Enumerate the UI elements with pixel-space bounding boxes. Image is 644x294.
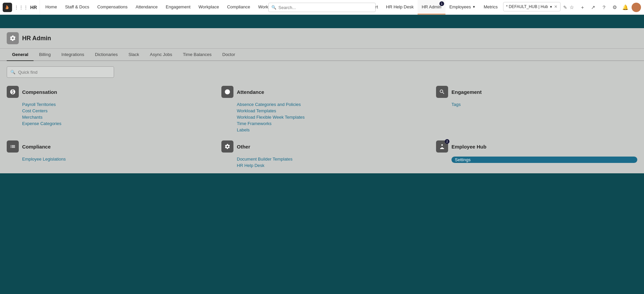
nav-item-engagement[interactable]: Engagement [162, 0, 195, 14]
tab-general[interactable]: General [7, 49, 34, 61]
section-attendance-title: Attendance [237, 89, 264, 95]
edit-icon[interactable]: ✎ [563, 0, 567, 14]
section-attendance: Attendance Absence Categories and Polici… [221, 86, 423, 132]
page-title: HR Admin [22, 35, 51, 42]
employees-chevron-icon: ▼ [472, 5, 476, 9]
nav-item-workplace[interactable]: Workplace [195, 0, 223, 14]
search-bar[interactable]: 🔍 [268, 3, 376, 12]
section-employee-hub-links: Settings [436, 157, 637, 163]
compliance-icon [7, 140, 19, 153]
link-tags[interactable]: Tags [451, 102, 637, 107]
section-attendance-links: Absence Categories and Policies Workload… [221, 102, 423, 132]
section-other: Other Document Builder Templates HR Help… [221, 140, 423, 168]
notifications-icon[interactable]: 🔔 [621, 3, 630, 12]
nav-item-hradmin[interactable]: HR Admin 1 [418, 0, 445, 14]
link-time-frameworks[interactable]: Time Frameworks [237, 121, 423, 126]
hub-tab-label: * DEFAULT_HUB | Hub [506, 4, 548, 9]
section-employee-hub-title: Employee Hub [451, 144, 486, 150]
main-content: Compensation Payroll Territories Cost Ce… [0, 80, 644, 173]
grid-icon[interactable]: ⋮⋮⋮ [14, 5, 28, 10]
top-navigation: HR ⋮⋮⋮ HR Home Staff & Docs Compensation… [0, 0, 644, 13]
settings-icon[interactable]: ⚙ [610, 3, 620, 12]
section-engagement-title: Engagement [451, 89, 482, 95]
employee-hub-icon: 2 [436, 140, 448, 153]
tab-doctor[interactable]: Doctor [217, 49, 240, 61]
quick-find-box[interactable]: 🔍 [7, 66, 114, 78]
link-merchants[interactable]: Merchants [22, 115, 208, 120]
hub-tab[interactable]: * DEFAULT_HUB | Hub ▼ ✕ [503, 2, 560, 11]
nav-logo[interactable] [3, 3, 12, 12]
nav-item-compliance[interactable]: Compliance [223, 0, 254, 14]
quick-find-container: 🔍 [0, 61, 644, 80]
other-icon [221, 140, 233, 153]
nav-item-employees[interactable]: Employees ▼ [445, 0, 480, 14]
badge-2: 2 [445, 139, 449, 144]
section-compensation-title: Compensation [22, 89, 57, 95]
tab-slack[interactable]: Slack [123, 49, 145, 61]
link-document-builder[interactable]: Document Builder Templates [237, 157, 423, 162]
section-compliance-links: Employee Legislations [7, 157, 208, 162]
link-hr-help-desk[interactable]: HR Help Desk [237, 163, 423, 168]
nav-item-more[interactable]: More ▼ [641, 0, 644, 14]
tab-integrations[interactable]: Integrations [56, 49, 90, 61]
section-compliance: Compliance Employee Legislations [7, 140, 208, 168]
hub-close-icon[interactable]: ✕ [554, 4, 557, 9]
link-settings[interactable]: Settings [451, 157, 637, 163]
page-header-icon [7, 32, 19, 44]
tab-dictionaries[interactable]: Dictionaries [90, 49, 123, 61]
help-icon[interactable]: ? [599, 3, 609, 12]
link-payroll-territories[interactable]: Payroll Territories [22, 102, 208, 107]
search-icon: 🔍 [271, 5, 276, 10]
link-labels[interactable]: Labels [237, 127, 423, 132]
section-compensation-header: Compensation [7, 86, 208, 98]
link-absence-categories[interactable]: Absence Categories and Policies [237, 102, 423, 107]
badge-1: 1 [439, 1, 444, 6]
link-workload-templates[interactable]: Workload Templates [237, 108, 423, 113]
share-icon[interactable]: ↗ [589, 3, 598, 12]
section-compensation: Compensation Payroll Territories Cost Ce… [7, 86, 208, 132]
compensation-icon [7, 86, 19, 98]
nav-item-attendance[interactable]: Attendance [131, 0, 162, 14]
bottom-area [0, 173, 644, 294]
hub-chevron-icon: ▼ [549, 5, 553, 9]
nav-app-name: HR [30, 5, 37, 10]
section-other-title: Other [237, 144, 250, 150]
search-input[interactable] [278, 5, 373, 10]
link-cost-centers[interactable]: Cost Centers [22, 108, 208, 113]
nav-item-staff[interactable]: Staff & Docs [61, 0, 93, 14]
quick-find-icon: 🔍 [10, 70, 15, 74]
attendance-icon [221, 86, 233, 98]
page-header: HR Admin [0, 28, 644, 49]
quick-find-input[interactable] [18, 70, 110, 75]
nav-item-home[interactable]: Home [41, 0, 61, 14]
tab-billing[interactable]: Billing [34, 49, 56, 61]
tab-time-balances[interactable]: Time Balances [177, 49, 217, 61]
nav-item-helpdesk[interactable]: HR Help Desk [382, 0, 418, 14]
section-attendance-header: Attendance [221, 86, 423, 98]
bookmark-icon[interactable]: ☆ [567, 3, 577, 12]
section-employee-hub-header: 2 Employee Hub [436, 140, 637, 153]
link-expense-categories[interactable]: Expense Categories [22, 121, 208, 126]
nav-item-compensations[interactable]: Compensations [93, 0, 131, 14]
engagement-icon [436, 86, 448, 98]
link-employee-legislations[interactable]: Employee Legislations [22, 157, 208, 162]
section-compensation-links: Payroll Territories Cost Centers Merchan… [7, 102, 208, 126]
section-other-header: Other [221, 140, 423, 153]
section-compliance-title: Compliance [22, 144, 51, 150]
section-engagement-header: Engagement [436, 86, 637, 98]
nav-item-metrics[interactable]: Metrics [480, 0, 502, 14]
section-compliance-header: Compliance [7, 140, 208, 153]
tab-async-jobs[interactable]: Async Jobs [145, 49, 177, 61]
avatar[interactable] [632, 3, 641, 12]
tabs-bar: General Billing Integrations Dictionarie… [0, 49, 644, 61]
section-employee-hub: 2 Employee Hub Settings [436, 140, 637, 168]
section-other-links: Document Builder Templates HR Help Desk [221, 157, 423, 168]
add-icon[interactable]: + [578, 3, 587, 12]
link-workload-flexible[interactable]: Workload Flexible Week Templates [237, 115, 423, 120]
section-engagement: Engagement Tags [436, 86, 637, 132]
section-engagement-links: Tags [436, 102, 637, 107]
